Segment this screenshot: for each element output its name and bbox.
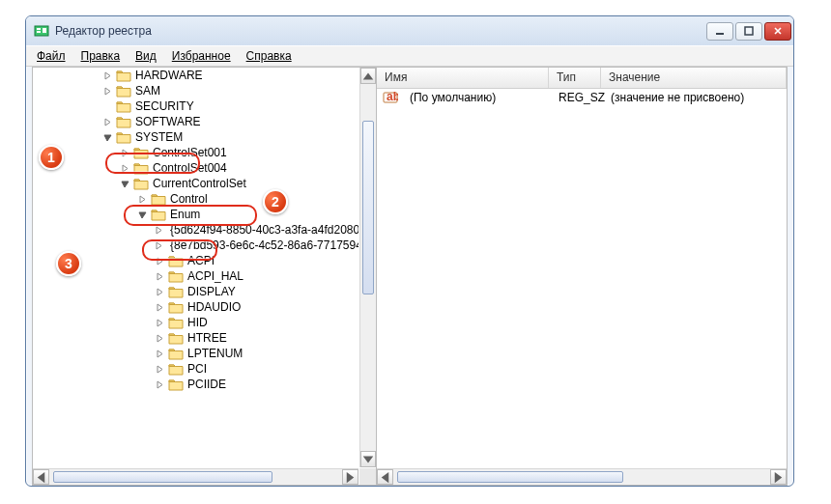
- folder-icon: [168, 269, 184, 283]
- expand-icon[interactable]: [155, 364, 165, 375]
- tree-item[interactable]: Enum: [33, 207, 358, 222]
- titlebar[interactable]: Редактор реестра: [26, 16, 793, 45]
- menu-favorites[interactable]: Избранное: [165, 48, 238, 64]
- collapse-icon[interactable]: [102, 132, 113, 143]
- scroll-down-button[interactable]: [360, 451, 376, 467]
- folder-icon: [168, 347, 184, 360]
- tree-item-label: Enum: [170, 208, 200, 221]
- column-name[interactable]: Имя: [377, 68, 549, 88]
- horizontal-scrollbar[interactable]: [33, 468, 358, 485]
- tree-item[interactable]: HTREE: [33, 330, 358, 346]
- folder-icon: [168, 300, 184, 314]
- tree-item[interactable]: {8e7bd593-6e6c-4c52-86a6-7717594: [33, 238, 358, 253]
- tree-item[interactable]: ControlSet001: [33, 145, 358, 160]
- tree-item-label: PCI: [187, 362, 207, 376]
- cell-name: (По умолчанию): [402, 90, 551, 105]
- menu-edit[interactable]: Правка: [74, 48, 128, 64]
- collapse-icon[interactable]: [120, 179, 130, 189]
- expand-icon[interactable]: [155, 302, 165, 313]
- menu-help[interactable]: Справка: [240, 48, 299, 64]
- expand-icon[interactable]: [155, 318, 165, 328]
- tree-item-label: SYSTEM: [135, 130, 183, 144]
- tree-view[interactable]: HARDWARESAMSECURITYSOFTWARESYSTEMControl…: [33, 68, 358, 467]
- tree-item-label: HID: [187, 316, 208, 329]
- tree-item[interactable]: HARDWARE: [33, 68, 358, 83]
- tree-item[interactable]: SOFTWARE: [33, 114, 358, 129]
- tree-item[interactable]: HID: [33, 315, 358, 330]
- string-value-icon: ab: [383, 90, 398, 105]
- tree-pane: HARDWARESAMSECURITYSOFTWARESYSTEMControl…: [33, 68, 377, 485]
- tree-item-label: SECURITY: [135, 99, 194, 113]
- expand-icon[interactable]: [102, 70, 113, 81]
- svg-rect-1: [37, 28, 41, 30]
- expand-icon[interactable]: [155, 225, 163, 236]
- menu-file[interactable]: Файл: [30, 48, 72, 64]
- tree-item[interactable]: ACPI_HAL: [33, 268, 358, 284]
- tree-item[interactable]: PCI: [33, 361, 358, 377]
- expand-icon[interactable]: [155, 379, 165, 390]
- tree-item[interactable]: PCIIDE: [33, 377, 358, 392]
- hscroll-thumb[interactable]: [53, 471, 272, 483]
- close-button[interactable]: [764, 22, 791, 41]
- expand-icon[interactable]: [155, 256, 165, 266]
- expand-icon[interactable]: [137, 194, 148, 205]
- regedit-window: Редактор реестра Файл Правка Вид Избранн…: [25, 15, 794, 487]
- tree-item[interactable]: SYSTEM: [33, 129, 358, 145]
- folder-icon: [168, 362, 184, 376]
- minimize-button[interactable]: [706, 22, 733, 41]
- expand-icon[interactable]: [155, 287, 165, 297]
- expand-icon[interactable]: [155, 349, 165, 359]
- folder-icon: [133, 146, 149, 159]
- scroll-right-button[interactable]: [342, 469, 358, 485]
- tree-item[interactable]: DISPLAY: [33, 284, 358, 299]
- list-header[interactable]: Имя Тип Значение: [377, 68, 787, 89]
- tree-item[interactable]: LPTENUM: [33, 346, 358, 361]
- folder-icon: [151, 192, 166, 206]
- scroll-left-button[interactable]: [377, 469, 393, 485]
- tree-item[interactable]: CurrentControlSet: [33, 176, 358, 191]
- tree-item[interactable]: HDAUDIO: [33, 299, 358, 315]
- tree-item[interactable]: Control: [33, 191, 358, 207]
- tree-item[interactable]: ACPI: [33, 253, 358, 268]
- maximize-button[interactable]: [735, 22, 762, 41]
- folder-icon: [151, 208, 166, 221]
- menu-view[interactable]: Вид: [129, 48, 163, 64]
- tree-item-label: HTREE: [187, 331, 227, 345]
- expand-icon[interactable]: [120, 163, 130, 174]
- folder-icon: [168, 254, 184, 267]
- tree-item[interactable]: SAM: [33, 83, 358, 98]
- expand-icon[interactable]: [102, 117, 113, 127]
- svg-rect-4: [716, 33, 724, 35]
- folder-icon: [116, 130, 131, 144]
- tree-item-label: PCIIDE: [187, 378, 226, 391]
- scroll-right-button[interactable]: [770, 469, 787, 485]
- regedit-icon: [34, 23, 49, 39]
- tree-item-label: LPTENUM: [187, 347, 243, 360]
- tree-item[interactable]: {5d624f94-8850-40c3-a3fa-a4fd2080: [33, 222, 358, 238]
- tree-item[interactable]: ControlSet004: [33, 160, 358, 176]
- tree-item-label: DISPLAY: [187, 285, 236, 298]
- list-row[interactable]: ab (По умолчанию) REG_SZ (значение не пр…: [377, 89, 787, 106]
- folder-icon: [168, 316, 184, 329]
- column-value[interactable]: Значение: [601, 68, 787, 88]
- tree-item-label: ControlSet004: [153, 161, 227, 175]
- hscroll-thumb[interactable]: [397, 471, 623, 483]
- folder-icon: [116, 69, 131, 82]
- column-type[interactable]: Тип: [549, 68, 601, 88]
- scroll-up-button[interactable]: [360, 68, 376, 84]
- expand-icon[interactable]: [155, 333, 165, 344]
- folder-icon: [116, 99, 131, 113]
- expand-icon[interactable]: [102, 86, 113, 97]
- tree-item[interactable]: SECURITY: [33, 98, 358, 114]
- expand-icon[interactable]: [155, 240, 163, 251]
- cell-type: REG_SZ: [551, 90, 603, 105]
- scroll-left-button[interactable]: [33, 469, 49, 485]
- scroll-thumb[interactable]: [362, 121, 374, 294]
- list-horizontal-scrollbar[interactable]: [377, 468, 787, 485]
- tree-item-label: ACPI: [187, 254, 215, 267]
- expand-icon[interactable]: [155, 271, 165, 282]
- folder-icon: [168, 285, 184, 298]
- collapse-icon[interactable]: [137, 210, 148, 220]
- expand-icon[interactable]: [120, 148, 130, 158]
- vertical-scrollbar[interactable]: [359, 68, 376, 467]
